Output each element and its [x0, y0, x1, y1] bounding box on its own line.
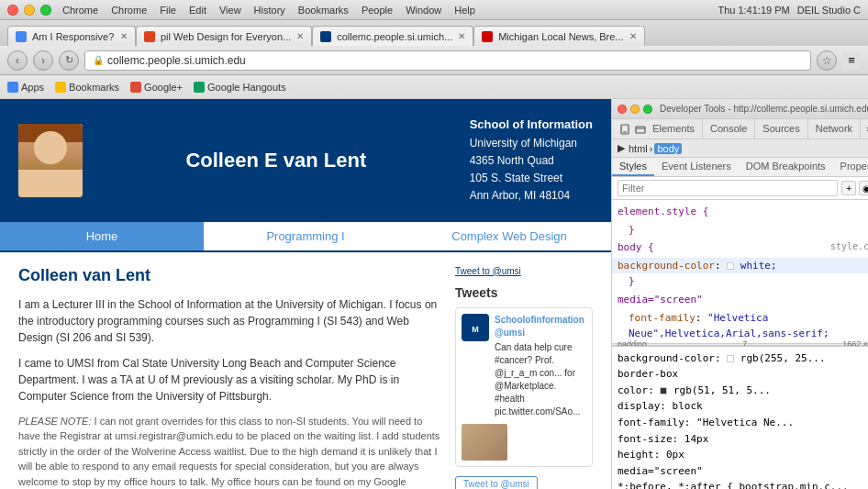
menu-people[interactable]: People	[362, 5, 393, 16]
back-button[interactable]: ‹	[7, 50, 28, 71]
umsi-logo-icon: M	[466, 318, 484, 337]
tab-pil[interactable]: pil Web Design for Everyon... ✕	[136, 26, 312, 46]
bookmark-apps[interactable]: Apps	[7, 82, 44, 93]
menu-history[interactable]: History	[254, 5, 285, 16]
devtools-elements-label: Elements	[652, 123, 695, 134]
devtools-minimize[interactable]	[630, 105, 640, 114]
devtools-subtab-event-listeners[interactable]: Event Listeners	[654, 158, 739, 176]
address-bar[interactable]: 🔒 collemc.people.si.umich.edu	[84, 50, 811, 71]
avatar-image	[18, 124, 83, 197]
tweet-text: Can data help cure #cancer? Prof. @j_r_a…	[495, 341, 586, 418]
menu-window[interactable]: Window	[406, 5, 441, 16]
os-time: Thu 1:41:19 PM	[718, 5, 789, 16]
tweet-box: M Schoolofinformation @umsi Can data hel…	[455, 307, 593, 467]
menu-bookmarks[interactable]: Bookmarks	[298, 5, 349, 16]
tab-close-1[interactable]: ✕	[120, 31, 128, 41]
site-body: Colleen van Lent I am a Lecturer III in …	[0, 252, 611, 489]
devtools-filter-input[interactable]	[618, 180, 838, 196]
code2-font-size: font-size: 14px	[618, 431, 868, 448]
tab-favicon-3	[320, 31, 331, 42]
bookmark-apps-label: Apps	[21, 82, 44, 93]
menu-help[interactable]: Help	[454, 5, 475, 16]
devtools-tab-sources[interactable]: Sources	[755, 119, 807, 139]
bookmark-gplus-label: Google+	[144, 82, 183, 93]
tweet-avatar: M	[462, 314, 489, 341]
tab-collemc[interactable]: collemc.people.si.umich... ✕	[312, 26, 473, 46]
devtools-subtabs: Styles Event Listeners DOM Breakpoints P…	[612, 158, 868, 177]
breadcrumb-html[interactable]: html	[629, 143, 648, 154]
address-line3: Ann Arbor, MI 48104	[470, 187, 593, 205]
nav-programming[interactable]: Programming I	[204, 222, 407, 250]
breadcrumb-body[interactable]: body	[654, 143, 682, 154]
code-background-color: background-color: white;	[612, 258, 868, 274]
university-name: University of Michigan	[470, 135, 593, 152]
tab-close-4[interactable]: ✕	[629, 31, 637, 41]
bookmark-hangouts[interactable]: Google Hangouts	[194, 82, 286, 93]
calendar-link[interactable]: Tweet to @umsi	[455, 266, 593, 276]
code2-height: height: 0px	[618, 447, 868, 463]
devtools-tabs: Elements Console Sources Network » ✕	[612, 119, 868, 139]
code2-font-family: font-family: "Helvetica Ne...	[618, 415, 868, 431]
tab-label-1: Am I Responsive?	[32, 31, 114, 42]
tweet-photo	[462, 424, 507, 461]
nav-home[interactable]: Home	[0, 222, 204, 250]
devtools-add-rule-button[interactable]: +	[841, 181, 856, 195]
devtools-sources-label: Sources	[762, 123, 799, 134]
os-status-bar: Thu 1:41:19 PM DEIL Studio C	[718, 5, 861, 16]
svg-rect-5	[623, 132, 627, 133]
reload-button[interactable]: ↻	[59, 50, 79, 71]
devtools-tab-overflow[interactable]: »	[861, 119, 868, 139]
devtools-tab-console[interactable]: Console	[703, 119, 755, 139]
tab-close-3[interactable]: ✕	[458, 31, 465, 41]
menu-view[interactable]: View	[219, 5, 241, 16]
address-line2: 105 S. State Street	[470, 170, 593, 187]
devtools-styles-panel: element.style { } body { style.css:1 bac…	[612, 200, 868, 342]
code-element-style-open: element.style {	[618, 204, 868, 220]
sidebar-content: Tweet to @umsi Tweets M Schoolofinformat…	[455, 266, 593, 489]
forward-button[interactable]: ›	[33, 50, 53, 71]
app-title: Chrome	[62, 5, 98, 16]
code2-media-screen: media="screen"	[618, 463, 868, 480]
menu-file[interactable]: File	[160, 5, 176, 16]
minimize-button[interactable]	[24, 5, 35, 16]
devtools-subtab-dom-breakpoints[interactable]: DOM Breakpoints	[739, 158, 833, 176]
devtools-subtab-properties[interactable]: Properties	[833, 158, 868, 176]
devtools-close[interactable]	[618, 105, 627, 114]
devtools-subtab-styles[interactable]: Styles	[612, 158, 654, 176]
profile-name-container: Colleen E van Lent	[101, 149, 451, 172]
tab-michigan-news[interactable]: Michigan Local News, Bre... ✕	[473, 26, 644, 46]
os-label: DEIL Studio C	[797, 5, 861, 16]
main-content: Colleen van Lent I am a Lecturer III in …	[18, 266, 441, 489]
bookmark-star-button[interactable]: ☆	[817, 50, 837, 71]
color-swatch-rgb-255	[727, 355, 734, 362]
code-body-close: }	[618, 273, 868, 290]
code2-before-after: *:before, *:after { bootstrap.min.c...	[618, 479, 868, 489]
developer-tools: Developer Tools - http://collemc.people.…	[611, 99, 868, 489]
menu-chrome[interactable]: Chrome	[111, 5, 147, 16]
devtools-maximize[interactable]	[643, 105, 652, 114]
close-button[interactable]	[7, 5, 18, 16]
tab-am-i-responsive[interactable]: Am I Responsive? ✕	[7, 26, 136, 46]
tab-close-2[interactable]: ✕	[296, 31, 304, 41]
devtools-title: Developer Tools - http://collemc.people.…	[660, 104, 868, 114]
tweet-button[interactable]: Tweet to @umsi	[455, 476, 538, 489]
nav-complex[interactable]: Complex Web Design	[407, 222, 611, 250]
devtools-tab-network[interactable]: Network	[808, 119, 861, 139]
maximize-button[interactable]	[40, 5, 51, 16]
url-text: collemc.people.si.umich.edu	[107, 54, 246, 67]
tweet-photo-img	[462, 424, 507, 461]
devtools-tab-elements[interactable]: Elements	[612, 119, 703, 139]
menu-edit[interactable]: Edit	[189, 5, 206, 16]
code2-bg-color: background-color: rgb(255, 25...	[618, 350, 868, 367]
bookmarks-bar: Apps Bookmarks Google+ Google Hangouts	[0, 75, 868, 99]
bookmark-bookmarks[interactable]: Bookmarks	[55, 82, 119, 93]
color-swatch-white	[727, 262, 734, 270]
devtools-toggle-button[interactable]: ◉	[859, 181, 868, 195]
settings-button[interactable]: ≡	[842, 51, 861, 70]
devtools-window-controls	[618, 105, 652, 114]
tab-label-2: pil Web Design for Everyon...	[161, 31, 291, 42]
color-swatch-rgb-51	[660, 387, 667, 395]
code2-display: display: block	[618, 398, 868, 415]
tweet-row: M Schoolofinformation @umsi Can data hel…	[462, 314, 586, 418]
bookmark-google-plus[interactable]: Google+	[130, 82, 183, 93]
